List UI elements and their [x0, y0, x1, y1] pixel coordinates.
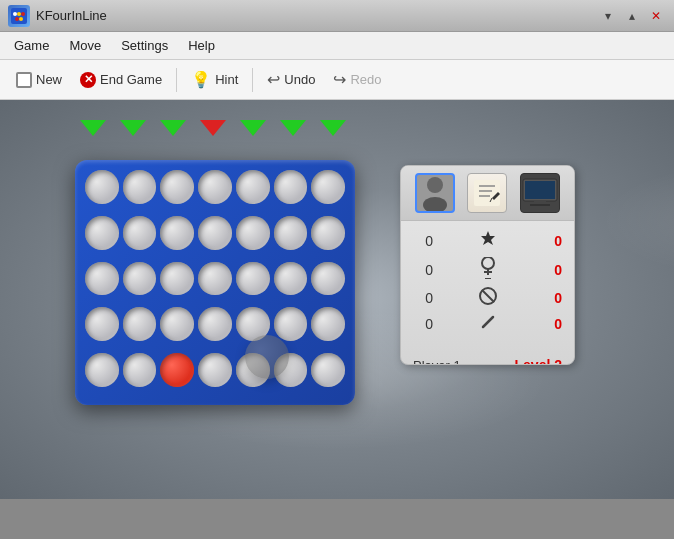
close-button[interactable]: ✕ [646, 6, 666, 26]
score-header [401, 166, 574, 221]
cell-0-3[interactable] [198, 170, 232, 204]
arrow-col-3[interactable] [200, 120, 226, 136]
cell-3-3[interactable] [198, 307, 232, 341]
end-game-button[interactable]: ✕ End Game [72, 68, 170, 92]
cell-0-4[interactable] [236, 170, 270, 204]
cell-4-6[interactable] [311, 353, 345, 387]
cell-4-2[interactable] [160, 353, 194, 387]
score-icon-0 [473, 229, 503, 253]
cell-2-3[interactable] [198, 262, 232, 296]
titlebar-left: KFourInLine [8, 5, 107, 27]
score-icon-3 [473, 313, 503, 335]
minimize-button[interactable]: ▾ [598, 6, 618, 26]
score-icon-1 [473, 257, 503, 283]
board-container [75, 160, 365, 410]
menu-settings[interactable]: Settings [111, 34, 178, 57]
cell-2-5[interactable] [274, 262, 308, 296]
cell-2-0[interactable] [85, 262, 119, 296]
arrow-col-0[interactable] [80, 120, 106, 136]
cell-1-5[interactable] [274, 216, 308, 250]
cell-2-1[interactable] [123, 262, 157, 296]
score-right-2: 0 [542, 290, 562, 306]
arrows-row [80, 120, 346, 136]
menu-help[interactable]: Help [178, 34, 225, 57]
cell-3-5[interactable] [274, 307, 308, 341]
arrow-col-1[interactable] [120, 120, 146, 136]
level-label: Level 2 [515, 357, 562, 365]
score-left-0: 0 [413, 233, 433, 249]
svg-rect-15 [525, 181, 555, 199]
score-icon-2 [473, 287, 503, 309]
cell-1-6[interactable] [311, 216, 345, 250]
score-right-1: 0 [542, 262, 562, 278]
svg-point-5 [19, 17, 23, 21]
svg-point-6 [427, 177, 443, 193]
cell-2-6[interactable] [311, 262, 345, 296]
svg-point-2 [17, 12, 21, 16]
toolbar-separator-1 [176, 68, 177, 92]
new-button[interactable]: New [8, 68, 70, 92]
cell-4-1[interactable] [123, 353, 157, 387]
bulb-icon: 💡 [191, 70, 211, 89]
app-icon [8, 5, 30, 27]
svg-point-18 [482, 257, 494, 269]
svg-point-1 [13, 12, 17, 16]
cell-0-2[interactable] [160, 170, 194, 204]
player1-avatar [415, 173, 455, 213]
cell-1-1[interactable] [123, 216, 157, 250]
maximize-button[interactable]: ▴ [622, 6, 642, 26]
cell-2-2[interactable] [160, 262, 194, 296]
hint-button[interactable]: 💡 Hint [183, 66, 246, 93]
cell-4-3[interactable] [198, 353, 232, 387]
score-right-0: 0 [542, 233, 562, 249]
svg-point-7 [423, 197, 447, 211]
hint-label: Hint [215, 72, 238, 87]
cell-1-4[interactable] [236, 216, 270, 250]
menu-game[interactable]: Game [4, 34, 59, 57]
ghost-piece [245, 335, 289, 379]
arrow-col-2[interactable] [160, 120, 186, 136]
undo-icon: ↩ [267, 70, 280, 89]
svg-rect-16 [534, 201, 546, 204]
score-row-2: 0 0 [413, 287, 562, 309]
cell-0-1[interactable] [123, 170, 157, 204]
player-label: Player 1 [413, 358, 461, 366]
end-game-label: End Game [100, 72, 162, 87]
score-left-1: 0 [413, 262, 433, 278]
svg-rect-8 [474, 180, 500, 206]
main-area: 0 0 0 0 [0, 100, 674, 499]
cell-1-2[interactable] [160, 216, 194, 250]
redo-button[interactable]: ↪ Redo [325, 66, 389, 93]
titlebar: KFourInLine ▾ ▴ ✕ [0, 0, 674, 32]
menu-move[interactable]: Move [59, 34, 111, 57]
new-label: New [36, 72, 62, 87]
score-footer: Player 1 Level 2 [401, 351, 574, 365]
cell-3-2[interactable] [160, 307, 194, 341]
cell-2-4[interactable] [236, 262, 270, 296]
cell-3-0[interactable] [85, 307, 119, 341]
player3-monitor-icon [520, 173, 560, 213]
cell-0-6[interactable] [311, 170, 345, 204]
game-board[interactable] [75, 160, 355, 405]
cell-0-5[interactable] [274, 170, 308, 204]
redo-icon: ↪ [333, 70, 346, 89]
cell-1-0[interactable] [85, 216, 119, 250]
score-panel: 0 0 0 0 [400, 165, 575, 365]
cell-1-3[interactable] [198, 216, 232, 250]
player2-write-icon [467, 173, 507, 213]
score-row-3: 0 0 [413, 313, 562, 335]
arrow-col-6[interactable] [320, 120, 346, 136]
cell-4-0[interactable] [85, 353, 119, 387]
cell-3-6[interactable] [311, 307, 345, 341]
undo-button[interactable]: ↩ Undo [259, 66, 323, 93]
redo-label: Redo [350, 72, 381, 87]
arrow-col-5[interactable] [280, 120, 306, 136]
svg-point-4 [15, 17, 19, 21]
score-right-3: 0 [542, 316, 562, 332]
undo-label: Undo [284, 72, 315, 87]
svg-line-24 [483, 317, 493, 327]
cell-3-1[interactable] [123, 307, 157, 341]
score-body: 0 0 0 0 [401, 221, 574, 347]
cell-0-0[interactable] [85, 170, 119, 204]
arrow-col-4[interactable] [240, 120, 266, 136]
